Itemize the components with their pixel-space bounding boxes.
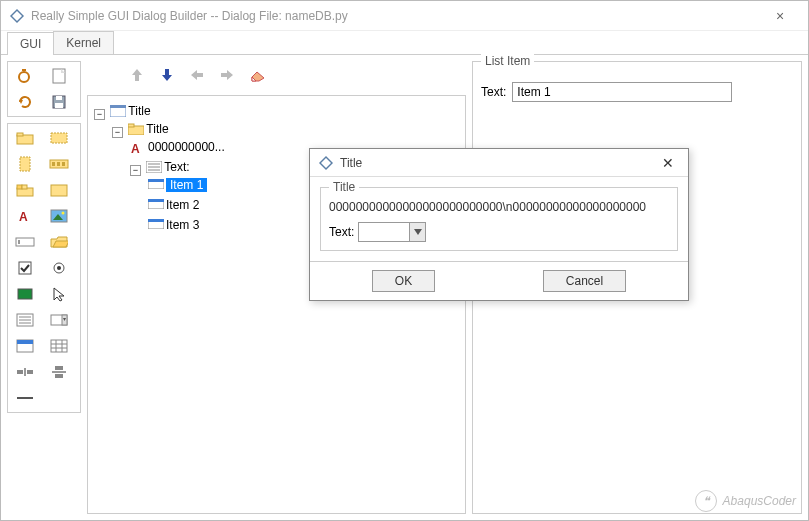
svg-rect-53 <box>55 374 63 378</box>
select-region-icon[interactable] <box>46 128 72 148</box>
select-vert-icon[interactable] <box>12 154 38 174</box>
svg-rect-70 <box>148 199 164 202</box>
svg-rect-11 <box>17 133 23 136</box>
svg-text:A: A <box>19 210 28 224</box>
chevron-down-icon[interactable] <box>409 223 425 241</box>
svg-rect-52 <box>55 366 63 370</box>
dropdown-icon[interactable] <box>46 310 72 330</box>
svg-rect-72 <box>148 219 164 222</box>
dialog-button-row: OK Cancel <box>310 261 688 300</box>
svg-rect-43 <box>17 340 33 344</box>
cancel-button[interactable]: Cancel <box>543 270 626 292</box>
tab-widget-icon[interactable] <box>12 180 38 200</box>
text-label-icon: A <box>130 141 144 153</box>
move-down-button[interactable] <box>157 65 177 85</box>
cursor-icon[interactable] <box>46 284 72 304</box>
tree-node-item[interactable]: Item 3 <box>148 218 199 232</box>
window-close-button[interactable]: × <box>760 8 800 24</box>
svg-rect-20 <box>22 185 27 189</box>
svg-marker-34 <box>54 288 64 301</box>
input-icon[interactable] <box>12 232 38 252</box>
window-title: Really Simple GUI Dialog Builder -- Dial… <box>31 9 760 23</box>
svg-rect-8 <box>56 96 62 100</box>
svg-rect-16 <box>57 162 60 166</box>
tree-node-item[interactable]: Item 2 <box>148 198 199 212</box>
dialog-group: Title 00000000000000000000000000\n000000… <box>320 187 678 251</box>
table-header-icon[interactable] <box>12 336 38 356</box>
tab-gui[interactable]: GUI <box>7 32 54 55</box>
tree-expand-icon[interactable]: − <box>112 127 123 138</box>
svg-point-25 <box>62 212 65 215</box>
dialog-group-legend: Title <box>329 180 359 194</box>
svg-rect-61 <box>128 124 134 127</box>
new-stopwatch-icon[interactable] <box>12 66 38 86</box>
v-splitter-icon[interactable] <box>46 362 72 382</box>
item-icon <box>148 179 162 191</box>
list-icon[interactable] <box>12 310 38 330</box>
dialog-icon <box>110 105 124 117</box>
preview-dialog: Title ✕ Title 00000000000000000000000000… <box>309 148 689 301</box>
item-icon <box>148 199 162 211</box>
app-icon <box>9 8 25 24</box>
checkbox-icon[interactable] <box>12 258 38 278</box>
text-label-icon[interactable]: A <box>12 206 38 226</box>
svg-rect-68 <box>148 179 164 182</box>
item-icon <box>148 219 162 231</box>
dialog-text-label: Text: <box>329 225 354 239</box>
tree-expand-icon[interactable]: − <box>130 165 141 176</box>
ok-button[interactable]: OK <box>372 270 435 292</box>
reload-icon[interactable] <box>12 92 38 112</box>
svg-rect-19 <box>17 185 22 189</box>
open-folder-icon[interactable] <box>46 232 72 252</box>
svg-point-2 <box>19 72 29 82</box>
folder-icon[interactable] <box>12 128 38 148</box>
erase-button[interactable] <box>247 65 267 85</box>
dialog-content-text: 00000000000000000000000000\n000000000000… <box>329 200 669 214</box>
dialog-text-combo[interactable] <box>358 222 426 242</box>
tree-expand-icon[interactable]: − <box>94 109 105 120</box>
h-splitter-icon[interactable] <box>12 362 38 382</box>
tree-node-item[interactable]: Item 1 <box>148 178 207 192</box>
move-right-button[interactable] <box>217 65 237 85</box>
svg-rect-49 <box>17 370 23 374</box>
list-widget-icon <box>146 161 160 173</box>
radio-icon[interactable] <box>46 258 72 278</box>
dialog-text-input[interactable] <box>359 223 409 241</box>
image-icon[interactable] <box>46 206 72 226</box>
tool-panel-file <box>7 61 81 117</box>
svg-rect-21 <box>51 185 67 196</box>
dialog-titlebar[interactable]: Title ✕ <box>310 149 688 177</box>
svg-marker-75 <box>414 229 422 235</box>
move-left-button[interactable] <box>187 65 207 85</box>
svg-rect-59 <box>110 105 126 108</box>
tree-node-label[interactable]: A 0000000000... <box>130 140 225 154</box>
folder-icon <box>128 123 142 135</box>
toolbox: A <box>7 61 81 514</box>
tab-kernel[interactable]: Kernel <box>53 31 114 54</box>
property-text-input[interactable] <box>512 82 732 102</box>
container-icon[interactable] <box>46 180 72 200</box>
svg-text:A: A <box>131 142 140 155</box>
table-icon[interactable] <box>46 336 72 356</box>
tree-node-folder[interactable]: Title <box>128 122 168 136</box>
window-titlebar: Really Simple GUI Dialog Builder -- Dial… <box>1 1 808 31</box>
svg-rect-17 <box>62 162 65 166</box>
svg-rect-50 <box>27 370 33 374</box>
svg-point-32 <box>57 266 61 270</box>
tree-node-listgroup[interactable]: Text: <box>146 160 189 174</box>
move-up-button[interactable] <box>127 65 147 85</box>
tool-panel-widgets: A <box>7 123 81 413</box>
filmstrip-icon[interactable] <box>46 154 72 174</box>
property-legend: List Item <box>481 54 534 68</box>
color-swatch-icon[interactable] <box>12 284 38 304</box>
new-page-icon[interactable] <box>46 66 72 86</box>
svg-marker-29 <box>53 241 68 247</box>
dialog-close-button[interactable]: ✕ <box>656 153 680 173</box>
separator-icon[interactable] <box>12 388 38 408</box>
save-icon[interactable] <box>46 92 72 112</box>
dialog-icon <box>318 155 334 171</box>
svg-rect-3 <box>22 69 26 71</box>
dialog-title: Title <box>340 156 656 170</box>
svg-rect-44 <box>51 340 67 352</box>
tree-node-root[interactable]: Title <box>110 104 150 118</box>
